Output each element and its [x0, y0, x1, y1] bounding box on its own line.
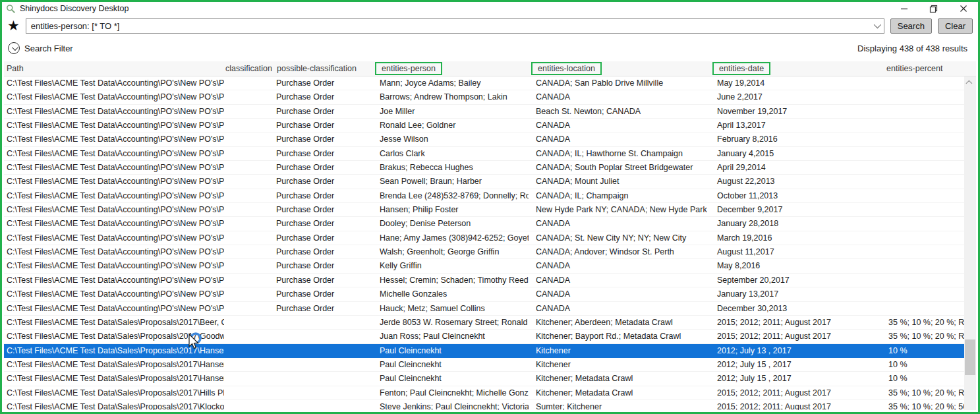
table-row[interactable]: C:\Test Files\ACME Test Data\Sales\Propo… [4, 358, 964, 372]
table-row[interactable]: C:\Test Files\ACME Test Data\Accounting\… [4, 245, 964, 259]
cell-path: C:\Test Files\ACME Test Data\Sales\Propo… [4, 386, 224, 399]
table-row[interactable]: C:\Test Files\ACME Test Data\Sales\Propo… [4, 344, 964, 358]
cell-classification [224, 217, 274, 230]
column-header-classification[interactable]: classification [224, 64, 274, 73]
table-row[interactable]: C:\Test Files\ACME Test Data\Sales\Propo… [4, 316, 964, 330]
search-button[interactable]: Search [890, 18, 932, 34]
cell-entities-location: Sumter; Kitchener [529, 400, 710, 410]
cell-path: C:\Test Files\ACME Test Data\Accounting\… [4, 147, 224, 160]
cell-entities-location: CANADA [529, 302, 710, 315]
search-filter-label: Search Filter [24, 44, 73, 53]
table-row[interactable]: C:\Test Files\ACME Test Data\Accounting\… [4, 274, 964, 287]
cell-entities-percent [882, 147, 964, 160]
cell-entities-date: November 19,2017 [710, 105, 882, 118]
column-header-entities-person[interactable]: entities-person [372, 62, 529, 75]
table-row[interactable]: C:\Test Files\ACME Test Data\Accounting\… [4, 175, 964, 189]
cell-path: C:\Test Files\ACME Test Data\Sales\Propo… [4, 400, 224, 410]
cell-entities-person: Mann; Joyce Adams; Bailey [372, 76, 529, 90]
cell-entities-date: February 8,2016 [710, 133, 882, 146]
search-input[interactable]: entities-person: [* TO *] [26, 18, 884, 34]
cell-classification [224, 189, 274, 202]
cell-entities-date: March 19,2016 [710, 231, 882, 245]
cell-entities-date: January 4,2015 [710, 147, 882, 160]
cell-classification [224, 175, 274, 188]
cell-entities-person: Paul Cleincnekht [372, 372, 529, 385]
cell-classification [224, 76, 274, 90]
cell-entities-location: CANADA [529, 259, 710, 272]
cell-entities-person: Paul Cleincnekht [372, 358, 529, 371]
favorite-star-icon[interactable]: ★ [7, 19, 20, 32]
cell-entities-person: Walsh; Greenholt; George Griffin [372, 245, 529, 258]
cell-entities-person: Dooley; Denise Peterson [372, 217, 529, 230]
cell-entities-location: CANADA [529, 287, 710, 301]
cell-entities-person: Joe Miller [372, 105, 529, 118]
cell-entities-date: 2012; July 15 , 2017 [710, 358, 882, 371]
column-header-entities-date[interactable]: entities-date [710, 62, 882, 75]
minimize-button[interactable] [889, 3, 919, 15]
scrollbar-thumb[interactable] [965, 340, 975, 375]
table-row[interactable]: C:\Test Files\ACME Test Data\Accounting\… [4, 287, 964, 301]
cell-entities-percent: 10 % [882, 344, 964, 357]
table-row[interactable]: C:\Test Files\ACME Test Data\Sales\Propo… [4, 372, 964, 386]
cell-entities-person: Hauck; Metz; Samuel Collins [372, 302, 529, 315]
cell-path: C:\Test Files\ACME Test Data\Accounting\… [4, 119, 224, 132]
cell-path: C:\Test Files\ACME Test Data\Sales\Propo… [4, 344, 224, 357]
cell-entities-percent: 35 %; 10 %; 20 %; ROT %; [882, 386, 964, 399]
window-controls [889, 3, 978, 15]
table-row[interactable]: C:\Test Files\ACME Test Data\Accounting\… [4, 119, 964, 133]
table-row[interactable]: C:\Test Files\ACME Test Data\Accounting\… [4, 90, 964, 104]
table-row[interactable]: C:\Test Files\ACME Test Data\Accounting\… [4, 105, 964, 119]
cell-possible-classification [274, 386, 372, 399]
table-row[interactable]: C:\Test Files\ACME Test Data\Accounting\… [4, 231, 964, 245]
cell-entities-percent [882, 161, 964, 174]
table-row[interactable]: C:\Test Files\ACME Test Data\Accounting\… [4, 217, 964, 231]
scroll-up-button[interactable] [964, 76, 976, 87]
clear-button[interactable]: Clear [938, 18, 973, 34]
restore-button[interactable] [919, 3, 948, 15]
table-row[interactable]: C:\Test Files\ACME Test Data\Accounting\… [4, 76, 964, 90]
table-row[interactable]: C:\Test Files\ACME Test Data\Accounting\… [4, 203, 964, 217]
cell-classification [224, 274, 274, 287]
column-header-entities-percent[interactable]: entities-percent [882, 64, 976, 73]
table-row[interactable]: C:\Test Files\ACME Test Data\Sales\Propo… [4, 330, 964, 343]
cell-entities-location: CANADA; IL; Hawthorne St. Champaign [529, 147, 710, 160]
cell-possible-classification: Purchase Order [274, 287, 372, 301]
column-header-path[interactable]: Path [4, 64, 224, 73]
table-row[interactable]: C:\Test Files\ACME Test Data\Accounting\… [4, 259, 964, 273]
window-title: Shinydocs Discovery Desktop [20, 4, 129, 13]
cell-entities-percent [882, 274, 964, 287]
column-header-entities-location[interactable]: entities-location [529, 62, 710, 75]
cell-path: C:\Test Files\ACME Test Data\Accounting\… [4, 76, 224, 90]
cell-possible-classification [274, 316, 372, 329]
table-row[interactable]: C:\Test Files\ACME Test Data\Sales\Propo… [4, 386, 964, 400]
vertical-scrollbar[interactable] [964, 76, 976, 410]
cell-entities-percent [882, 231, 964, 245]
cell-path: C:\Test Files\ACME Test Data\Accounting\… [4, 133, 224, 146]
cell-path: C:\Test Files\ACME Test Data\Accounting\… [4, 274, 224, 287]
table-row[interactable]: C:\Test Files\ACME Test Data\Accounting\… [4, 161, 964, 175]
results-table: Path classification possible-classificat… [4, 61, 976, 410]
cell-entities-percent [882, 245, 964, 258]
cell-classification [224, 161, 274, 174]
cell-possible-classification: Purchase Order [274, 203, 372, 216]
table-row[interactable]: C:\Test Files\ACME Test Data\Accounting\… [4, 133, 964, 146]
cell-entities-percent [882, 287, 964, 301]
cell-classification [224, 90, 274, 104]
table-row[interactable]: C:\Test Files\ACME Test Data\Accounting\… [4, 147, 964, 161]
cell-classification [224, 372, 274, 385]
table-row[interactable]: C:\Test Files\ACME Test Data\Accounting\… [4, 189, 964, 203]
cell-entities-location: CANADA; San Pablo Drive Millville [529, 76, 710, 90]
column-header-possible-classification[interactable]: possible-classification [274, 64, 372, 73]
close-button[interactable] [948, 3, 978, 15]
cell-possible-classification: Purchase Order [274, 133, 372, 146]
cell-entities-date: May 19,2014 [710, 76, 882, 90]
cell-classification [224, 316, 274, 329]
search-filter-toggle[interactable]: Search Filter [8, 42, 73, 54]
cell-possible-classification: Purchase Order [274, 217, 372, 230]
cell-entities-date: May 8,2016 [710, 259, 882, 272]
combo-chevron-down-icon[interactable] [869, 19, 884, 33]
table-row[interactable]: C:\Test Files\ACME Test Data\Accounting\… [4, 302, 964, 316]
table-row[interactable]: C:\Test Files\ACME Test Data\Sales\Propo… [4, 400, 964, 410]
cell-entities-date: 2015; 2012; 2011; August 2017 [710, 316, 882, 329]
cell-path: C:\Test Files\ACME Test Data\Accounting\… [4, 90, 224, 104]
